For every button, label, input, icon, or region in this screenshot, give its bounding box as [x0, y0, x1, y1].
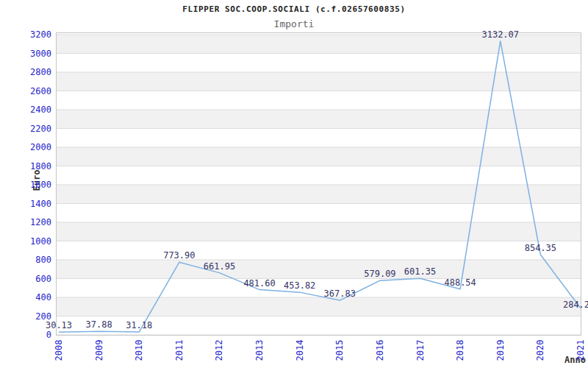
data-point-label: 31.18 — [106, 320, 172, 330]
x-tick-label: 2016 — [375, 336, 385, 365]
grid-band — [57, 222, 581, 241]
y-tick-label: 600 — [18, 274, 51, 284]
data-point-label: 773.90 — [146, 250, 212, 261]
y-tick-label: 800 — [18, 255, 51, 265]
y-tick-label: 1000 — [18, 236, 51, 247]
grid-band — [57, 260, 581, 279]
y-tick-label: 1800 — [18, 161, 51, 171]
grid-band — [57, 72, 581, 91]
y-tick-label: 3000 — [18, 49, 51, 59]
x-tick-label: 2011 — [174, 336, 184, 365]
y-tick-label: 2200 — [18, 124, 51, 134]
x-tick-label: 2009 — [94, 336, 104, 365]
y-tick-label: 3200 — [18, 29, 51, 40]
y-tick-label: 1200 — [18, 217, 51, 227]
data-point-label: 3132.07 — [467, 29, 534, 40]
grid-band — [57, 147, 581, 166]
grid-band — [57, 110, 581, 129]
y-tick-label: 2000 — [18, 142, 51, 152]
x-tick-label: 2021 — [576, 336, 586, 365]
y-tick-label: 400 — [18, 292, 51, 302]
y-tick-label: 2800 — [18, 67, 51, 77]
y-tick-label: 2600 — [18, 86, 51, 96]
grid-band — [57, 185, 581, 204]
y-tick-label: 1400 — [18, 199, 51, 209]
data-point-label: 854.35 — [507, 243, 573, 253]
x-tick-label: 2010 — [134, 336, 144, 365]
x-tick-label: 2015 — [334, 336, 345, 365]
chart-subtitle: Importi — [0, 18, 588, 29]
chart-container: FLIPPER SOC.COOP.SOCIALI (c.f.0265760083… — [0, 0, 588, 368]
data-point-label: 601.35 — [387, 266, 453, 277]
y-tick-label: 1600 — [18, 180, 51, 190]
x-tick-label: 2012 — [214, 336, 224, 365]
y-tick-label: 2400 — [18, 105, 51, 115]
x-tick-label: 2008 — [54, 336, 64, 365]
x-tick-label: 2014 — [295, 336, 305, 365]
data-point-label: 284.2 — [543, 300, 588, 310]
y-tick-label: 0 — [18, 330, 51, 340]
data-point-label: 367.83 — [306, 289, 373, 299]
x-tick-label: 2020 — [535, 336, 545, 365]
x-tick-label: 2018 — [455, 336, 465, 365]
grid-band — [57, 297, 581, 316]
chart-title: FLIPPER SOC.COOP.SOCIALI (c.f.0265760083… — [0, 4, 588, 14]
data-point-label: 661.95 — [186, 261, 252, 272]
data-point-label: 488.54 — [427, 277, 493, 288]
x-tick-label: 2013 — [254, 336, 265, 365]
x-tick-label: 2017 — [415, 336, 426, 365]
x-tick-label: 2019 — [495, 336, 506, 365]
